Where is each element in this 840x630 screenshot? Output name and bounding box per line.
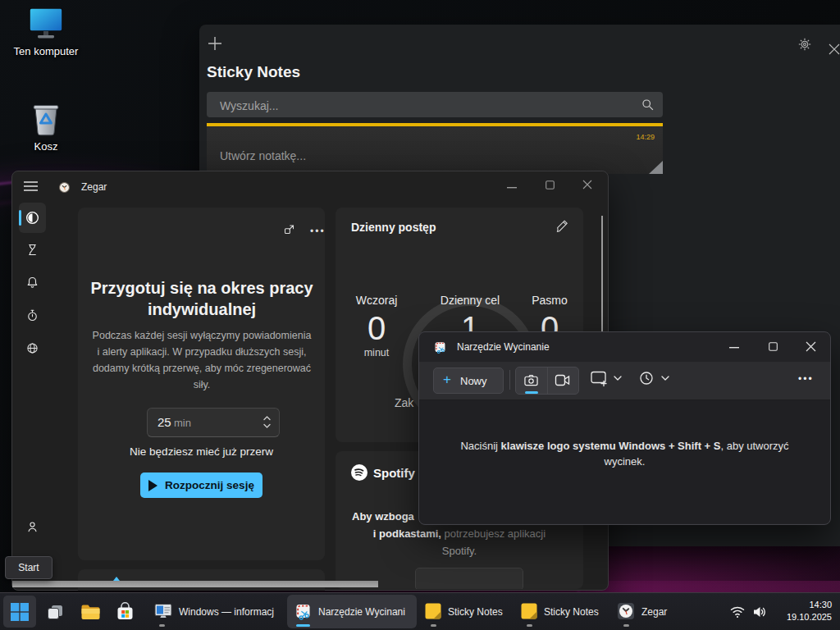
- toolbar-more-icon[interactable]: •••: [798, 373, 814, 385]
- minimize-icon[interactable]: [729, 346, 739, 349]
- capture-mode-group: [515, 367, 579, 395]
- popout-icon[interactable]: [283, 223, 295, 235]
- taskbar-item-label: Sticky Notes: [544, 606, 599, 618]
- taskbar-item-sticky-notes-2[interactable]: Sticky Notes: [516, 596, 608, 628]
- new-snip-button[interactable]: + Nowy: [433, 368, 504, 394]
- group-divider: [547, 368, 548, 394]
- start-tooltip: Start: [5, 556, 52, 579]
- sidebar-item-stopwatch[interactable]: [25, 308, 39, 322]
- microsoft-store-button[interactable]: [116, 602, 135, 621]
- file-explorer-button[interactable]: [80, 604, 101, 621]
- duration-spinner[interactable]: 25 min: [147, 408, 280, 437]
- horizontal-scrollbar[interactable]: [12, 581, 378, 587]
- clock-app-icon: [58, 181, 71, 194]
- volume-icon[interactable]: [751, 605, 768, 619]
- wifi-icon[interactable]: [729, 605, 746, 619]
- next-card-partial: [78, 569, 325, 591]
- sticky-notes-title: Sticky Notes: [207, 63, 300, 81]
- spotify-line1: Aby wzboga: [352, 510, 414, 523]
- close-icon[interactable]: [582, 180, 592, 189]
- sidebar-item-timer[interactable]: [25, 243, 39, 257]
- running-indicator: [431, 624, 436, 627]
- notes-search-bar[interactable]: [207, 92, 663, 117]
- sidebar-item-alarm[interactable]: [25, 276, 39, 290]
- close-icon[interactable]: [828, 43, 840, 56]
- snip-delay-dropdown[interactable]: [637, 369, 672, 389]
- start-session-button[interactable]: Rozpocznij sesję: [140, 472, 262, 498]
- yesterday-label: Wczoraj: [344, 294, 409, 307]
- windows-info-icon: [153, 602, 173, 620]
- close-icon[interactable]: [806, 341, 816, 352]
- snipping-tool-app-icon: [433, 340, 447, 354]
- start-button[interactable]: [3, 596, 36, 628]
- running-indicator: [159, 624, 165, 627]
- new-snip-label: Nowy: [460, 375, 487, 387]
- spotify-line2: i podkastami, potrzebujesz aplikacji: [336, 527, 583, 540]
- sticky-notes-icon: [424, 602, 442, 620]
- snipping-tool-icon: [294, 602, 313, 621]
- taskbar-item-label: Narzędzie Wycinani: [318, 606, 405, 618]
- desktop-icon-this-pc[interactable]: Ten komputer: [11, 7, 81, 57]
- start-session-label: Rozpocznij sesję: [165, 479, 254, 491]
- clock-app-icon: [616, 601, 636, 621]
- note-timestamp: 14:29: [636, 133, 655, 141]
- note-list-item[interactable]: 14:29 Utwórz notatkę...: [207, 123, 663, 174]
- screenshot-camera-icon[interactable]: [523, 373, 539, 387]
- daily-progress-title: Dzienny postęp: [351, 221, 436, 234]
- selected-mode-underline: [525, 391, 538, 394]
- active-indicator: [296, 624, 310, 627]
- taskbar-item-snipping-tool-active[interactable]: Narzędzie Wycinani: [287, 595, 417, 628]
- edit-pencil-icon[interactable]: [555, 219, 568, 232]
- sticky-notes-icon: [520, 602, 538, 620]
- taskbar-item-label: Windows — informacj: [179, 606, 274, 618]
- spinner-updown-icon[interactable]: [262, 414, 272, 430]
- sidebar-item-profile[interactable]: [25, 520, 39, 534]
- vertical-scrollbar[interactable]: [601, 216, 603, 332]
- running-indicator: [623, 624, 629, 627]
- taskbar: Windows — informacj Narzędzie Wycinani S…: [0, 592, 840, 630]
- search-icon[interactable]: [641, 98, 655, 112]
- spotify-line2-bold: i podkastami,: [373, 527, 441, 540]
- duration-unit: min: [174, 417, 191, 429]
- taskbar-item-label: Sticky Notes: [448, 606, 503, 618]
- goal-label: Dzienny cel: [433, 294, 507, 307]
- play-icon: [148, 480, 158, 491]
- sidebar-item-world-clock[interactable]: [25, 341, 39, 355]
- task-view-button[interactable]: [46, 603, 64, 621]
- sidebar-item-focus-sessions[interactable]: [25, 210, 40, 226]
- more-options-icon[interactable]: •••: [310, 226, 326, 237]
- hamburger-menu-icon[interactable]: [24, 180, 38, 192]
- maximize-icon[interactable]: [769, 342, 778, 351]
- screen: Ten komputer Kosz Sticky Not: [0, 0, 840, 630]
- spotify-download-button[interactable]: [415, 568, 523, 589]
- taskbar-item-winver[interactable]: Windows — informacj: [148, 596, 285, 628]
- video-record-icon[interactable]: [555, 374, 571, 386]
- window-title: Narzędzie Wycinanie: [457, 341, 550, 353]
- settings-gear-icon[interactable]: [797, 37, 812, 52]
- note-folded-corner: [649, 161, 663, 174]
- plus-icon: +: [443, 372, 451, 388]
- hint-shortcut: klawisze logo systemu Windows + Shift + …: [501, 440, 721, 452]
- maximize-icon[interactable]: [546, 180, 555, 189]
- spotify-line3: Spotify.: [336, 545, 583, 557]
- snipping-toolbar: + Nowy: [419, 362, 830, 400]
- tray-clock[interactable]: 14:30 19.10.2025: [768, 599, 832, 623]
- taskbar-item-sticky-notes-1[interactable]: Sticky Notes: [420, 596, 512, 628]
- focus-description: Podczas każdej sesji wyłączymy powiadomi…: [91, 327, 313, 393]
- no-breaks-text: Nie będziesz mieć już przerw: [78, 445, 325, 458]
- yesterday-value: 0: [344, 310, 409, 347]
- streak-label: Pasmo: [524, 294, 575, 307]
- spotify-line2-rest: potrzebujesz aplikacji: [441, 527, 546, 540]
- desktop-icon-recycle-bin[interactable]: Kosz: [11, 98, 81, 153]
- note-placeholder: Utwórz notatkę...: [220, 149, 306, 162]
- clipped-label: Zak: [395, 396, 413, 409]
- tray-time: 14:30: [768, 599, 832, 611]
- toolbar-divider: [509, 370, 510, 390]
- snip-shape-dropdown[interactable]: [590, 369, 624, 389]
- start-tooltip-label: Start: [18, 562, 39, 573]
- taskbar-item-clock[interactable]: Zegar: [612, 596, 678, 628]
- search-input[interactable]: [218, 92, 632, 119]
- this-pc-icon: [11, 7, 81, 43]
- new-note-button[interactable]: [207, 35, 223, 52]
- minimize-icon[interactable]: [507, 186, 517, 189]
